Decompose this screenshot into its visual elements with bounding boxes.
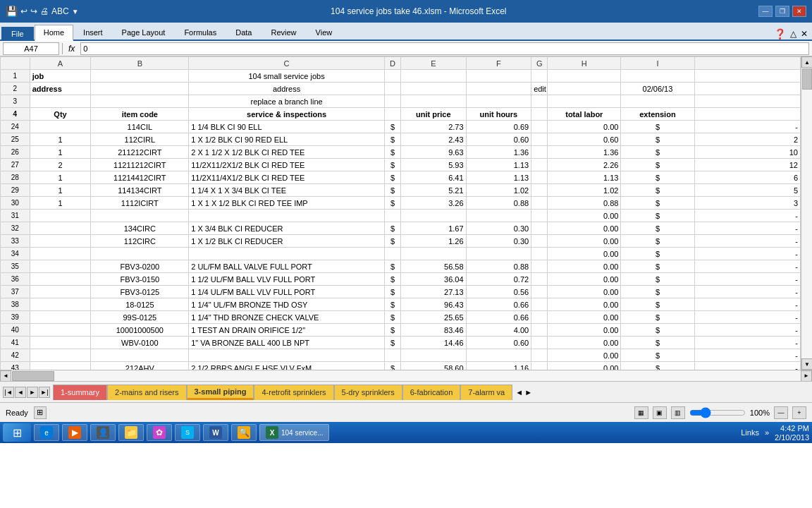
cell-39-1[interactable]: 99S-0125 [91, 311, 189, 324]
scroll-right-button[interactable]: ► [801, 370, 812, 382]
cell-e2[interactable] [401, 83, 467, 95]
cell-j3[interactable] [694, 95, 801, 108]
cell-i2[interactable]: 02/06/13 [621, 83, 694, 95]
cell-h4[interactable]: total labor [548, 108, 621, 121]
cell-h1[interactable] [548, 70, 621, 83]
cell-42-1[interactable] [91, 349, 189, 362]
cell-37-6[interactable] [531, 286, 548, 298]
cell-30-8[interactable]: $ [621, 197, 694, 210]
cell-33-2[interactable]: 1 X 1/2 BLK CI REDUCER [189, 235, 385, 248]
cell-24-4[interactable]: 2.73 [401, 121, 467, 133]
cell-30-0[interactable]: 1 [30, 197, 91, 210]
tab-last-button[interactable]: ►| [39, 387, 50, 398]
tab-scroll-right[interactable]: ► [524, 388, 532, 397]
cell-27-2[interactable]: 11/2X11/2X1/2 BLK CI RED TEE [189, 159, 385, 171]
cell-35-1[interactable]: FBV3-0200 [91, 260, 189, 273]
cell-34-4[interactable] [401, 248, 467, 260]
cell-33-0[interactable] [30, 235, 91, 248]
cell-29-7[interactable]: 1.02 [548, 184, 621, 197]
cell-37-1[interactable]: FBV3-0125 [91, 286, 189, 298]
cell-32-4[interactable]: 1.67 [401, 222, 467, 235]
taskbar-word[interactable]: W [203, 424, 228, 441]
cell-34-6[interactable] [531, 248, 548, 260]
cell-28-4[interactable]: 6.41 [401, 171, 467, 184]
cell-41-6[interactable] [531, 337, 548, 349]
sheet-tab-7-alarm[interactable]: 7-alarm va [460, 385, 512, 400]
cell-29-9[interactable]: 5 [694, 184, 801, 197]
cell-24-7[interactable]: 0.00 [548, 121, 621, 133]
cell-31-2[interactable] [189, 210, 385, 222]
cell-33-1[interactable]: 112CIRC [91, 235, 189, 248]
cell-38-5[interactable]: 0.66 [466, 298, 531, 311]
cell-25-4[interactable]: 2.43 [401, 133, 467, 146]
cell-41-9[interactable]: - [694, 337, 801, 349]
taskbar-ie[interactable]: e [34, 424, 59, 441]
cell-b3[interactable] [91, 95, 189, 108]
cell-24-0[interactable] [30, 121, 91, 133]
cell-38-9[interactable]: - [694, 298, 801, 311]
cell-41-8[interactable]: $ [621, 337, 694, 349]
cell-31-0[interactable] [30, 210, 91, 222]
cell-f2[interactable] [466, 83, 531, 95]
cell-36-1[interactable]: FBV3-0150 [91, 273, 189, 286]
cell-31-7[interactable]: 0.00 [548, 210, 621, 222]
cell-42-8[interactable]: $ [621, 349, 694, 362]
scroll-down-button[interactable]: ▼ [801, 358, 812, 370]
col-header-f[interactable]: F [466, 57, 531, 70]
cell-35-9[interactable]: - [694, 260, 801, 273]
cell-40-8[interactable]: $ [621, 324, 694, 337]
cell-35-8[interactable]: $ [621, 260, 694, 273]
cell-27-4[interactable]: 5.93 [401, 159, 467, 171]
cell-i3[interactable] [621, 95, 694, 108]
cell-a2[interactable]: address [30, 83, 91, 95]
cell-43-0[interactable] [30, 362, 91, 370]
cell-33-6[interactable] [531, 235, 548, 248]
cell-27-0[interactable]: 2 [30, 159, 91, 171]
cell-38-3[interactable]: $ [384, 298, 400, 311]
print-icon[interactable]: 🖨 [40, 6, 49, 16]
cell-33-9[interactable]: - [694, 235, 801, 248]
cell-37-2[interactable]: 1 1/4 UL/FM BALL VLV FULL PORT [189, 286, 385, 298]
tab-home[interactable]: Home [35, 25, 73, 41]
cell-36-6[interactable] [531, 273, 548, 286]
cell-d1[interactable] [384, 70, 400, 83]
cell-42-4[interactable] [401, 349, 467, 362]
cell-37-4[interactable]: 27.13 [401, 286, 467, 298]
col-header-extra[interactable] [694, 57, 801, 70]
cell-32-7[interactable]: 0.00 [548, 222, 621, 235]
cell-29-0[interactable]: 1 [30, 184, 91, 197]
cell-a1[interactable]: job [30, 70, 91, 83]
cell-36-3[interactable]: $ [384, 273, 400, 286]
taskbar-user[interactable]: 👤 [90, 424, 116, 441]
cell-24-6[interactable] [531, 121, 548, 133]
cell-30-5[interactable]: 0.88 [466, 197, 531, 210]
cell-27-3[interactable]: $ [384, 159, 400, 171]
cell-j1[interactable] [694, 70, 801, 83]
cell-41-0[interactable] [30, 337, 91, 349]
taskbar-flower[interactable]: ✿ [147, 424, 172, 441]
cell-36-2[interactable]: 1 1/2 UL/FM BALL VLV FULL PORT [189, 273, 385, 286]
sheet-tab-3-small-piping[interactable]: 3-small piping [187, 385, 254, 400]
cell-25-8[interactable]: $ [621, 133, 694, 146]
cell-30-4[interactable]: 3.26 [401, 197, 467, 210]
tab-first-button[interactable]: |◄ [3, 387, 14, 398]
taskbar-excel[interactable]: X 104 service... [259, 424, 329, 441]
cell-27-8[interactable]: $ [621, 159, 694, 171]
cell-37-0[interactable] [30, 286, 91, 298]
taskbar-search[interactable]: 🔍 [231, 424, 257, 441]
cell-35-3[interactable]: $ [384, 260, 400, 273]
cell-35-0[interactable] [30, 260, 91, 273]
scroll-left-button[interactable]: ◄ [0, 370, 11, 382]
cell-24-2[interactable]: 1 1/4 BLK CI 90 ELL [189, 121, 385, 133]
cell-d3[interactable] [384, 95, 400, 108]
cell-27-9[interactable]: 12 [694, 159, 801, 171]
cell-36-8[interactable]: $ [621, 273, 694, 286]
cell-39-2[interactable]: 1 1/4" THD BRONZE CHECK VALVE [189, 311, 385, 324]
col-header-c[interactable]: C [189, 57, 385, 70]
close-button[interactable]: ✕ [792, 6, 806, 17]
cell-f1[interactable] [466, 70, 531, 83]
cell-32-2[interactable]: 1 X 3/4 BLK CI REDUCER [189, 222, 385, 235]
tab-view[interactable]: View [307, 25, 342, 40]
cell-32-0[interactable] [30, 222, 91, 235]
cell-e3[interactable] [401, 95, 467, 108]
